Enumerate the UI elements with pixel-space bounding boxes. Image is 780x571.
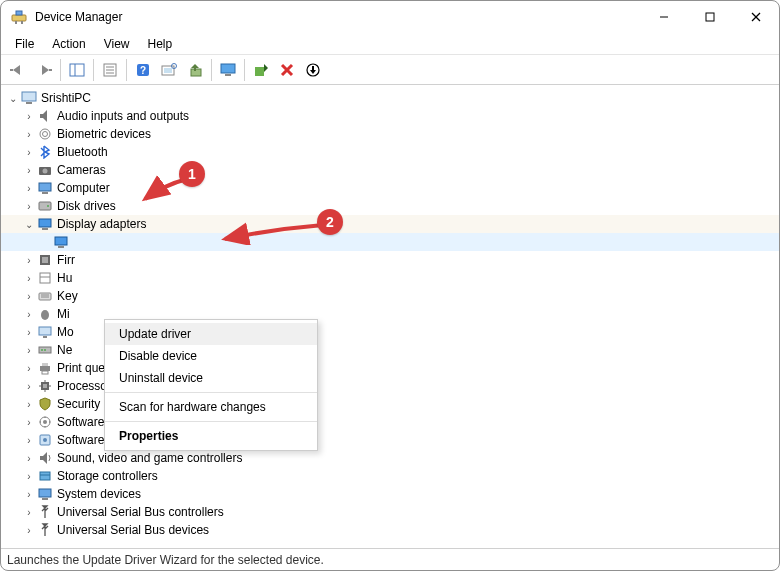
chevron-right-icon[interactable]: › [21,108,37,124]
tree-category-label: Universal Serial Bus controllers [57,505,224,519]
monitor-icon[interactable] [216,58,240,82]
tree-category[interactable]: ›Bluetooth [1,143,779,161]
tree-category[interactable]: ⌄Display adapters [1,215,779,233]
tree-category[interactable]: ›Hu [1,269,779,287]
help-icon[interactable]: ? [131,58,155,82]
mouse-icon [37,306,53,322]
menu-action[interactable]: Action [44,35,93,53]
back-button[interactable] [6,58,30,82]
tree-root-label: SrishtiPC [41,91,91,105]
update-driver-icon[interactable] [183,58,207,82]
window-controls [641,1,779,33]
chevron-right-icon[interactable]: › [21,522,37,538]
device-tree[interactable]: ⌄ SrishtiPC ›Audio inputs and outputs›Bi… [1,85,779,548]
svg-rect-56 [42,363,48,366]
tree-category[interactable]: ›Storage controllers [1,467,779,485]
computer-icon [37,180,53,196]
disk-icon [37,198,53,214]
chevron-right-icon[interactable]: › [21,468,37,484]
tree-category[interactable]: ›Key [1,287,779,305]
chevron-right-icon[interactable]: › [21,486,37,502]
svg-rect-71 [42,498,48,500]
tree-category[interactable]: ›Sound, video and game controllers [1,449,779,467]
chevron-right-icon[interactable]: › [21,180,37,196]
svg-rect-38 [39,219,51,227]
tree-category-label: Storage controllers [57,469,158,483]
chevron-right-icon[interactable]: › [21,414,37,430]
chevron-right-icon[interactable]: › [21,450,37,466]
context-menu: Update driver Disable device Uninstall d… [104,319,318,451]
chevron-right-icon[interactable]: › [21,504,37,520]
tree-category[interactable]: ›Audio inputs and outputs [1,107,779,125]
display-icon [37,216,53,232]
tree-category[interactable]: ›Universal Serial Bus controllers [1,503,779,521]
tree-category[interactable]: ›Cameras [1,161,779,179]
menu-update-driver[interactable]: Update driver [105,323,317,345]
tree-category[interactable]: ›Firr [1,251,779,269]
chevron-right-icon[interactable]: › [21,270,37,286]
uninstall-device-icon[interactable] [275,58,299,82]
svg-rect-57 [42,371,48,374]
scan-hardware-icon[interactable] [157,58,181,82]
svg-point-67 [43,438,47,442]
properties-icon[interactable] [98,58,122,82]
chevron-down-icon[interactable]: ⌄ [5,90,21,106]
bluetooth-icon [37,144,53,160]
biometric-icon [37,126,53,142]
chevron-right-icon[interactable]: › [21,432,37,448]
tree-category[interactable]: ›Computer [1,179,779,197]
chevron-right-icon[interactable]: › [21,198,37,214]
disable-device-icon[interactable] [301,58,325,82]
chevron-right-icon[interactable]: › [21,162,37,178]
tree-category[interactable]: ›Biometric devices [1,125,779,143]
enable-device-icon[interactable] [249,58,273,82]
tree-category-label: Display adapters [57,217,146,231]
toolbar-separator [93,59,94,81]
tree-category[interactable]: ›System devices [1,485,779,503]
close-button[interactable] [733,1,779,33]
context-menu-separator [105,392,317,393]
menu-help[interactable]: Help [140,35,181,53]
printer-icon [37,360,53,376]
tree-root[interactable]: ⌄ SrishtiPC [1,89,779,107]
chevron-right-icon[interactable]: › [21,306,37,322]
chevron-right-icon[interactable]: › [21,360,37,376]
menu-view[interactable]: View [96,35,138,53]
tree-category-label: Ne [57,343,72,357]
chevron-right-icon[interactable]: › [21,252,37,268]
svg-point-31 [43,132,48,137]
svg-rect-2 [15,21,17,24]
statusbar-text: Launches the Update Driver Wizard for th… [7,553,324,567]
svg-point-30 [40,129,50,139]
chevron-right-icon[interactable]: › [21,144,37,160]
svg-rect-40 [55,237,67,245]
usb-icon [37,504,53,520]
svg-rect-50 [39,327,51,335]
tree-category[interactable]: ›Disk drives [1,197,779,215]
maximize-button[interactable] [687,1,733,33]
tree-category-label: Cameras [57,163,106,177]
svg-rect-41 [58,246,64,248]
chevron-right-icon[interactable]: › [21,126,37,142]
chevron-right-icon[interactable]: › [21,378,37,394]
svg-rect-0 [12,15,26,21]
menu-scan-hardware[interactable]: Scan for hardware changes [105,396,317,418]
tree-device-selected[interactable] [1,233,779,251]
usb-icon [37,522,53,538]
chevron-right-icon[interactable]: › [21,342,37,358]
tree-category-label: Firr [57,253,75,267]
chevron-down-icon[interactable]: ⌄ [21,216,37,232]
forward-button[interactable] [32,58,56,82]
cpu-icon [37,378,53,394]
chevron-right-icon[interactable]: › [21,288,37,304]
tree-category[interactable]: ›Universal Serial Bus devices [1,521,779,539]
menu-properties[interactable]: Properties [105,425,317,447]
menu-disable-device[interactable]: Disable device [105,345,317,367]
show-hide-console-icon[interactable] [65,58,89,82]
chevron-right-icon[interactable]: › [21,396,37,412]
tree-category-label: Universal Serial Bus devices [57,523,209,537]
chevron-right-icon[interactable]: › [21,324,37,340]
minimize-button[interactable] [641,1,687,33]
menu-uninstall-device[interactable]: Uninstall device [105,367,317,389]
menu-file[interactable]: File [7,35,42,53]
